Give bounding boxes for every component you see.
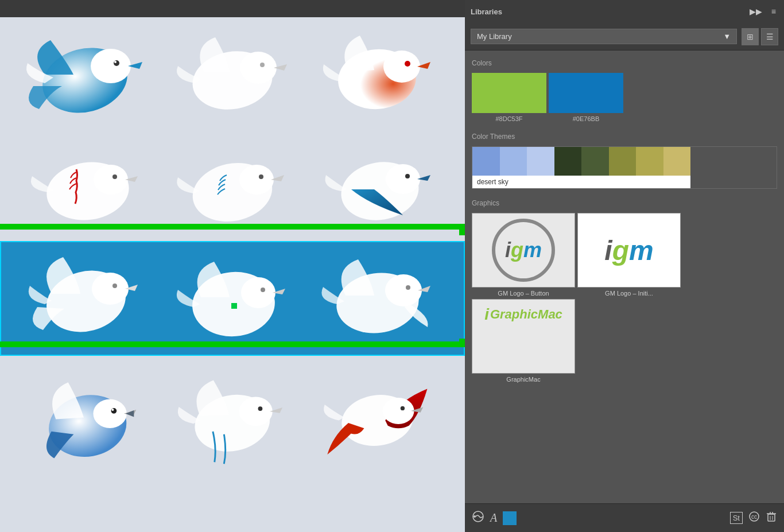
menu-icon[interactable]: ≡ [769,6,778,17]
bird-row-4 [0,356,465,482]
svg-point-31 [111,408,117,414]
list-icon: ☰ [766,32,774,41]
svg-point-38 [400,406,404,410]
cc-icon[interactable]: cc [748,511,760,525]
svg-point-27 [385,274,422,306]
gm-initial-text: igm [604,235,653,266]
bottom-right-icons: St cc [730,511,777,525]
forward-icon[interactable]: ▶▶ [747,6,764,17]
library-dropdown[interactable]: My Library ▼ [471,29,737,44]
svg-point-20 [92,273,129,305]
bird-row-selected [0,241,465,356]
color-square-icon[interactable] [503,511,517,525]
graphicmac-leaf: i [484,305,489,324]
panel-top-icons: ▶▶ ≡ [747,6,778,17]
panel-top-bar: Libraries ▶▶ ≡ [465,0,784,23]
svg-point-1 [91,49,131,83]
bird-cell [159,248,305,349]
blue-swatch-box[interactable] [549,73,623,113]
graphic-thumb-gm-button: igm [472,213,575,288]
color-swatch-green[interactable]: #8DC53F [472,73,546,122]
svg-point-14 [239,165,274,195]
add-text-icon[interactable]: A [490,511,497,525]
svg-point-28 [406,285,410,290]
graphic-label-gm-initial: GM Logo – Initi... [577,290,681,297]
color-theme-item[interactable]: desert sky [472,146,777,189]
library-name: My Library [477,32,512,41]
theme-seg-7 [636,147,663,176]
svg-point-24 [261,288,265,292]
gm-circle: igm [492,219,555,282]
svg-point-3 [114,61,117,63]
gm-m2: m [629,235,654,266]
theme-seg-2 [500,147,527,176]
green-swatch-label: #8DC53F [495,115,522,122]
svg-point-35 [258,406,263,411]
dropdown-arrow: ▼ [723,32,731,41]
color-swatches: #8DC53F #0E76BB [472,73,777,122]
libraries-panel: Libraries ▶▶ ≡ My Library ▼ ⊞ ☰ Colors [465,0,784,532]
svg-point-18 [405,174,410,178]
bird-cell [11,362,159,476]
gm-m: m [523,238,542,262]
svg-rect-43 [768,514,775,521]
blue-swatch-label: #0E76BB [573,115,599,122]
theme-color-bar [472,147,690,176]
gm-g2: g [612,235,629,266]
panel-content[interactable]: Colors #8DC53F #0E76BB Color Themes [465,51,784,503]
colors-section: Colors #8DC53F #0E76BB [472,59,777,122]
graphic-label-gm-button: GM Logo – Button [472,290,575,297]
bird-cell [159,138,306,235]
bird-row-1 [0,17,465,132]
green-swatch-box[interactable] [472,73,546,113]
theme-seg-5 [581,147,609,176]
svg-point-37 [382,398,414,424]
bird-cell [159,362,306,476]
svg-point-17 [386,164,420,194]
bird-cell [159,23,306,126]
gm-i: i [505,238,511,262]
svg-point-21 [112,284,117,288]
theme-seg-1 [472,147,500,176]
svg-point-30 [94,399,127,429]
graphic-item-gm-button[interactable]: igm GM Logo – Button [472,213,575,297]
bird-cell [306,362,453,476]
gm-i2: i [604,235,612,266]
trash-icon[interactable] [766,511,777,525]
selection-handle-bottom-right [459,339,465,347]
graphics-section-title: Graphics [472,199,777,207]
add-graphic-icon[interactable] [472,510,484,526]
graphicmac-text: GraphicMac [490,307,562,322]
svg-point-8 [383,51,420,83]
svg-point-5 [240,52,277,84]
graphic-label-graphicmac: GraphicMac [472,376,575,383]
svg-point-12 [112,174,117,179]
svg-point-32 [112,409,114,411]
color-swatch-blue[interactable]: #0E76BB [549,73,623,122]
panel-bottom-bar: A St cc [465,503,784,532]
list-view-button[interactable]: ☰ [761,28,778,45]
svg-point-9 [405,61,410,67]
stock-icon[interactable]: St [730,512,743,524]
canvas-area [0,0,465,532]
grid-view-button[interactable]: ⊞ [742,28,759,45]
theme-name-label: desert sky [472,176,690,188]
graphics-grid: igm GM Logo – Button igm [472,213,777,383]
svg-point-6 [260,63,265,67]
color-themes-section: Color Themes desert sky [472,133,777,189]
bird-cell [306,248,452,349]
svg-point-2 [114,60,119,66]
svg-text:cc: cc [751,514,757,520]
graphics-section: Graphics igm GM Logo – Button [472,199,777,383]
bottom-left-icons: A [472,510,517,526]
color-themes-title: Color Themes [472,133,777,141]
svg-point-11 [94,165,128,195]
svg-point-40 [473,515,476,518]
theme-seg-3 [527,147,554,176]
theme-seg-6 [609,147,636,176]
graphic-item-graphicmac[interactable]: i GraphicMac GraphicMac [472,299,575,383]
graphic-item-gm-initial[interactable]: igm GM Logo – Initi... [577,213,681,297]
panel-title: Libraries [471,7,502,16]
theme-seg-8 [663,147,691,176]
selection-top-border [0,224,465,230]
